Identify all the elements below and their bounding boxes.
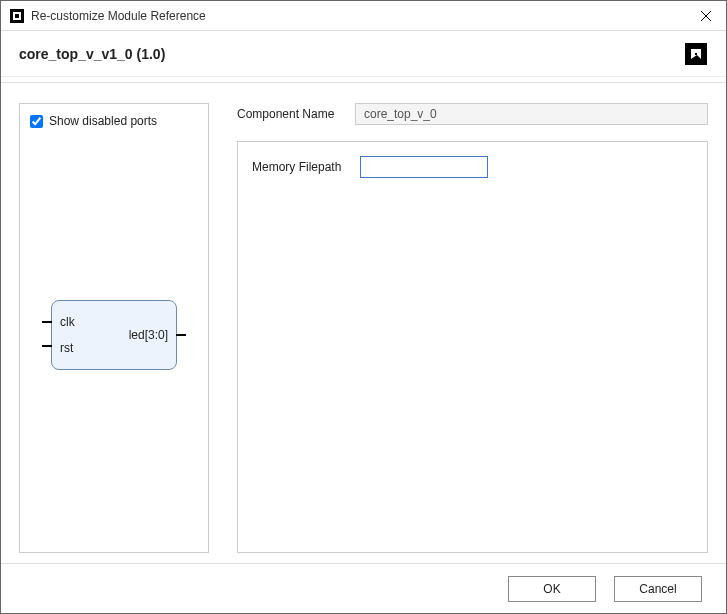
show-disabled-ports-input[interactable] [30, 115, 43, 128]
content-area: Show disabled ports clk rst led[3:0] Com… [1, 83, 726, 563]
cancel-button[interactable]: Cancel [614, 576, 702, 602]
memory-filepath-label: Memory Filepath [252, 160, 352, 174]
amd-logo-icon [684, 42, 708, 66]
svg-rect-2 [15, 14, 19, 18]
show-disabled-ports-label: Show disabled ports [49, 114, 157, 128]
window-title: Re-customize Module Reference [31, 9, 686, 23]
module-block: clk rst led[3:0] [51, 300, 177, 370]
port-stub-icon [42, 345, 52, 347]
component-name-row: Component Name core_top_v_0 [237, 103, 708, 125]
preview-panel: Show disabled ports clk rst led[3:0] [19, 103, 209, 553]
dialog-footer: OK Cancel [1, 563, 726, 613]
port-label: clk [60, 315, 75, 329]
block-diagram: clk rst led[3:0] [30, 128, 198, 542]
port-stub-icon [42, 321, 52, 323]
input-ports: clk rst [52, 315, 75, 355]
memory-filepath-row: Memory Filepath [252, 156, 693, 178]
memory-filepath-input[interactable] [360, 156, 488, 178]
show-disabled-ports-checkbox[interactable]: Show disabled ports [30, 114, 198, 128]
component-name-label: Component Name [237, 107, 347, 121]
component-name-value: core_top_v_0 [355, 103, 708, 125]
config-area: Memory Filepath [237, 141, 708, 553]
config-panel: Component Name core_top_v_0 Memory Filep… [237, 103, 708, 553]
ok-button[interactable]: OK [508, 576, 596, 602]
port-stub-icon [176, 334, 186, 336]
header-bar: core_top_v_v1_0 (1.0) [1, 31, 726, 77]
titlebar: Re-customize Module Reference [1, 1, 726, 31]
port-label: rst [60, 341, 75, 355]
svg-rect-5 [685, 43, 707, 65]
close-button[interactable] [686, 1, 726, 31]
output-port-label: led[3:0] [129, 328, 168, 342]
app-icon [9, 8, 25, 24]
module-heading: core_top_v_v1_0 (1.0) [19, 46, 684, 62]
